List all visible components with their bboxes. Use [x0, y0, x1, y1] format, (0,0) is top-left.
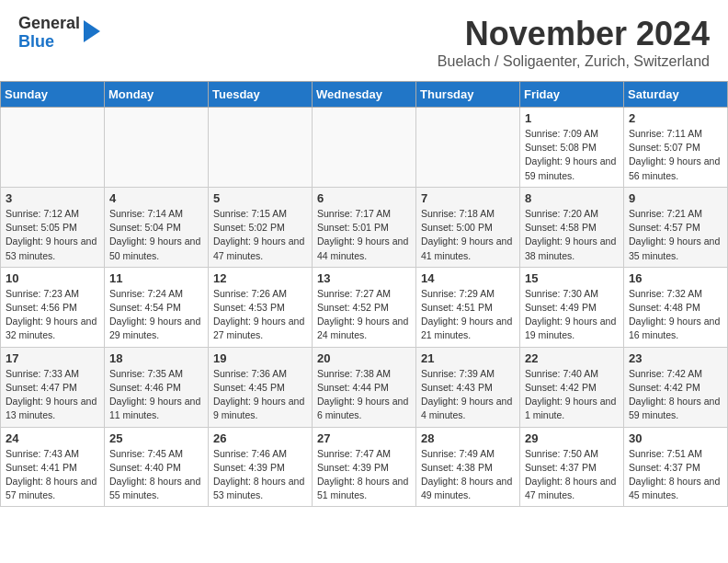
title-block: November 2024 Buelach / Soligaenter, Zur… [438, 15, 710, 70]
calendar-cell: 5Sunrise: 7:15 AMSunset: 5:02 PMDaylight… [209, 187, 313, 267]
calendar-week-row: 10Sunrise: 7:23 AMSunset: 4:56 PMDayligh… [1, 267, 728, 347]
calendar-cell: 13Sunrise: 7:27 AMSunset: 4:52 PMDayligh… [313, 267, 416, 347]
day-info: Sunrise: 7:51 AMSunset: 4:37 PMDaylight:… [629, 447, 722, 503]
calendar-cell: 23Sunrise: 7:42 AMSunset: 4:42 PMDayligh… [624, 347, 728, 427]
day-info: Sunrise: 7:45 AMSunset: 4:40 PMDaylight:… [109, 447, 203, 503]
header-wednesday: Wednesday [313, 82, 416, 108]
calendar-cell: 17Sunrise: 7:33 AMSunset: 4:47 PMDayligh… [1, 347, 105, 427]
day-number: 20 [317, 351, 411, 365]
calendar-cell: 29Sunrise: 7:50 AMSunset: 4:37 PMDayligh… [520, 427, 624, 507]
day-info: Sunrise: 7:36 AMSunset: 4:45 PMDaylight:… [213, 367, 307, 423]
day-info: Sunrise: 7:11 AMSunset: 5:07 PMDaylight:… [629, 127, 722, 183]
day-info: Sunrise: 7:30 AMSunset: 4:49 PMDaylight:… [525, 287, 619, 343]
day-number: 17 [6, 351, 99, 365]
day-info: Sunrise: 7:47 AMSunset: 4:39 PMDaylight:… [317, 447, 411, 503]
logo-blue: Blue [18, 33, 80, 52]
calendar-cell: 8Sunrise: 7:20 AMSunset: 4:58 PMDaylight… [520, 187, 624, 267]
day-number: 8 [525, 191, 619, 205]
calendar-table: SundayMondayTuesdayWednesdayThursdayFrid… [0, 81, 728, 507]
day-number: 23 [629, 351, 722, 365]
header-sunday: Sunday [1, 82, 105, 108]
day-number: 4 [109, 191, 203, 205]
header-saturday: Saturday [624, 82, 728, 108]
calendar-cell: 12Sunrise: 7:26 AMSunset: 4:53 PMDayligh… [209, 267, 313, 347]
day-number: 12 [213, 271, 307, 285]
calendar-cell: 20Sunrise: 7:38 AMSunset: 4:44 PMDayligh… [313, 347, 416, 427]
day-info: Sunrise: 7:29 AMSunset: 4:51 PMDaylight:… [421, 287, 515, 343]
day-number: 26 [213, 431, 307, 445]
day-number: 3 [6, 191, 99, 205]
day-info: Sunrise: 7:14 AMSunset: 5:04 PMDaylight:… [109, 207, 203, 263]
calendar-cell: 25Sunrise: 7:45 AMSunset: 4:40 PMDayligh… [105, 427, 209, 507]
day-info: Sunrise: 7:40 AMSunset: 4:42 PMDaylight:… [525, 367, 619, 423]
calendar-week-row: 17Sunrise: 7:33 AMSunset: 4:47 PMDayligh… [1, 347, 728, 427]
calendar-cell [1, 108, 105, 188]
header-friday: Friday [520, 82, 624, 108]
day-info: Sunrise: 7:20 AMSunset: 4:58 PMDaylight:… [525, 207, 619, 263]
day-info: Sunrise: 7:09 AMSunset: 5:08 PMDaylight:… [525, 127, 619, 183]
day-info: Sunrise: 7:49 AMSunset: 4:38 PMDaylight:… [421, 447, 515, 503]
calendar-week-row: 1Sunrise: 7:09 AMSunset: 5:08 PMDaylight… [1, 108, 728, 188]
calendar-cell: 22Sunrise: 7:40 AMSunset: 4:42 PMDayligh… [520, 347, 624, 427]
day-number: 11 [109, 271, 203, 285]
calendar-cell: 7Sunrise: 7:18 AMSunset: 5:00 PMDaylight… [416, 187, 520, 267]
calendar-cell [209, 108, 313, 188]
calendar-cell: 2Sunrise: 7:11 AMSunset: 5:07 PMDaylight… [624, 108, 728, 188]
day-number: 18 [109, 351, 203, 365]
calendar-cell: 26Sunrise: 7:46 AMSunset: 4:39 PMDayligh… [209, 427, 313, 507]
calendar-cell: 18Sunrise: 7:35 AMSunset: 4:46 PMDayligh… [105, 347, 209, 427]
calendar-cell: 3Sunrise: 7:12 AMSunset: 5:05 PMDaylight… [1, 187, 105, 267]
location: Buelach / Soligaenter, Zurich, Switzerla… [438, 53, 710, 70]
day-number: 15 [525, 271, 619, 285]
day-number: 13 [317, 271, 411, 285]
day-number: 21 [421, 351, 515, 365]
calendar-cell: 27Sunrise: 7:47 AMSunset: 4:39 PMDayligh… [313, 427, 416, 507]
calendar-header-row: SundayMondayTuesdayWednesdayThursdayFrid… [1, 82, 728, 108]
day-info: Sunrise: 7:21 AMSunset: 4:57 PMDaylight:… [629, 207, 722, 263]
logo-arrow-icon [84, 20, 100, 42]
day-info: Sunrise: 7:46 AMSunset: 4:39 PMDaylight:… [213, 447, 307, 503]
day-number: 6 [317, 191, 411, 205]
logo-general: General [18, 15, 80, 33]
day-info: Sunrise: 7:17 AMSunset: 5:01 PMDaylight:… [317, 207, 411, 263]
calendar-cell: 4Sunrise: 7:14 AMSunset: 5:04 PMDaylight… [105, 187, 209, 267]
day-number: 28 [421, 431, 515, 445]
day-number: 27 [317, 431, 411, 445]
day-info: Sunrise: 7:50 AMSunset: 4:37 PMDaylight:… [525, 447, 619, 503]
day-info: Sunrise: 7:27 AMSunset: 4:52 PMDaylight:… [317, 287, 411, 343]
calendar-week-row: 24Sunrise: 7:43 AMSunset: 4:41 PMDayligh… [1, 427, 728, 507]
day-info: Sunrise: 7:42 AMSunset: 4:42 PMDaylight:… [629, 367, 722, 423]
header-thursday: Thursday [416, 82, 520, 108]
page-header: General Blue November 2024 Buelach / Sol… [0, 0, 728, 74]
calendar-cell: 24Sunrise: 7:43 AMSunset: 4:41 PMDayligh… [1, 427, 105, 507]
day-number: 7 [421, 191, 515, 205]
calendar-cell: 30Sunrise: 7:51 AMSunset: 4:37 PMDayligh… [624, 427, 728, 507]
day-number: 19 [213, 351, 307, 365]
calendar-cell: 11Sunrise: 7:24 AMSunset: 4:54 PMDayligh… [105, 267, 209, 347]
day-number: 24 [6, 431, 99, 445]
day-info: Sunrise: 7:26 AMSunset: 4:53 PMDaylight:… [213, 287, 307, 343]
day-number: 10 [6, 271, 99, 285]
calendar-cell: 28Sunrise: 7:49 AMSunset: 4:38 PMDayligh… [416, 427, 520, 507]
calendar-cell: 6Sunrise: 7:17 AMSunset: 5:01 PMDaylight… [313, 187, 416, 267]
day-number: 30 [629, 431, 722, 445]
calendar-cell: 10Sunrise: 7:23 AMSunset: 4:56 PMDayligh… [1, 267, 105, 347]
day-info: Sunrise: 7:23 AMSunset: 4:56 PMDaylight:… [6, 287, 99, 343]
day-number: 14 [421, 271, 515, 285]
day-number: 25 [109, 431, 203, 445]
calendar-cell [313, 108, 416, 188]
day-number: 2 [629, 111, 722, 125]
header-tuesday: Tuesday [209, 82, 313, 108]
calendar-week-row: 3Sunrise: 7:12 AMSunset: 5:05 PMDaylight… [1, 187, 728, 267]
header-monday: Monday [105, 82, 209, 108]
calendar-cell: 14Sunrise: 7:29 AMSunset: 4:51 PMDayligh… [416, 267, 520, 347]
day-info: Sunrise: 7:24 AMSunset: 4:54 PMDaylight:… [109, 287, 203, 343]
day-info: Sunrise: 7:18 AMSunset: 5:00 PMDaylight:… [421, 207, 515, 263]
month-title: November 2024 [438, 15, 710, 53]
day-number: 9 [629, 191, 722, 205]
day-info: Sunrise: 7:12 AMSunset: 5:05 PMDaylight:… [6, 207, 99, 263]
day-info: Sunrise: 7:33 AMSunset: 4:47 PMDaylight:… [6, 367, 99, 423]
logo: General Blue [18, 15, 100, 52]
calendar-cell: 9Sunrise: 7:21 AMSunset: 4:57 PMDaylight… [624, 187, 728, 267]
day-info: Sunrise: 7:43 AMSunset: 4:41 PMDaylight:… [6, 447, 99, 503]
